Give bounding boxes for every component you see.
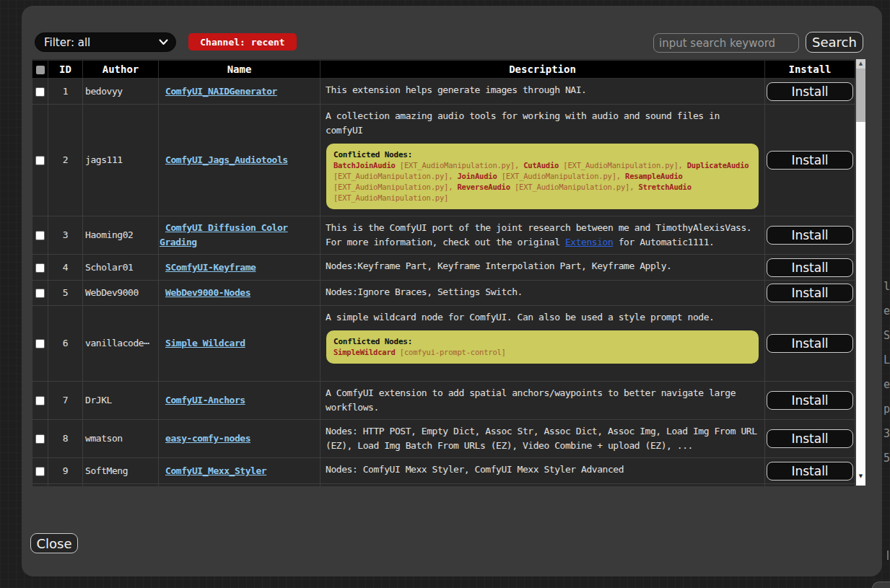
cell-description: Nodes:Ignore Braces, Settings Switch. [320, 281, 765, 306]
background-menu-corner [872, 582, 890, 588]
header-name: Name [159, 61, 320, 79]
close-button[interactable]: Close [30, 533, 78, 553]
install-button[interactable]: Install [767, 462, 853, 481]
table-header-row: ID Author Name Description Install [32, 61, 855, 79]
conflict-node-source: [EXT_AudioManipulation.py] [333, 193, 448, 202]
row-checkbox-cell [32, 216, 48, 255]
search-input[interactable] [653, 33, 799, 53]
conflicted-nodes-title: Conflicted Nodes: [333, 336, 751, 347]
install-button[interactable]: Install [767, 334, 853, 353]
table-row: 1bedovyyComfyUI_NAIDGeneratorThis extens… [32, 79, 855, 105]
cell-name: ComfyUI Yolov8 [159, 484, 320, 487]
header-install: Install [765, 61, 855, 79]
extension-name-link[interactable]: ComfyUI_NAIDGenerator [165, 86, 277, 97]
conflict-node-name: StretchAudio [638, 183, 691, 191]
row-checkbox[interactable] [35, 231, 45, 240]
conflict-node-source: [comfyui-prompt-control] [400, 348, 506, 356]
extension-name-link[interactable]: ComfyUI-Anchors [165, 395, 245, 405]
cell-description: A simple wildcard node for ComfyUI. Can … [320, 306, 765, 382]
install-button[interactable]: Install [767, 82, 853, 101]
row-checkbox-cell [32, 420, 48, 458]
cell-install: Install [765, 382, 855, 420]
cell-description: Nodes: HTTP POST, Empty Dict, Assoc Str,… [320, 420, 765, 458]
table-row: 10zcfrank1stComfyUI Yolov8Nodes: Yolov8D… [32, 484, 855, 487]
row-checkbox[interactable] [35, 289, 45, 298]
scroll-up-button[interactable]: ▲ [856, 59, 865, 69]
cell-id: 10 [48, 484, 83, 487]
conflict-node-name: DuplicateAudio [687, 161, 749, 170]
conflict-node-source: [EXT_AudioManipulation.py], [400, 161, 523, 170]
row-checkbox[interactable] [35, 339, 45, 348]
conflicted-nodes-list: SimpleWildcard [comfyui-prompt-control] [333, 347, 751, 358]
install-button[interactable]: Install [767, 429, 853, 448]
filter-select[interactable]: Filter: all [35, 32, 176, 52]
cell-name: ComfyUI_Jags_Audiotools [159, 105, 320, 216]
cell-author: SoftMeng [83, 458, 159, 484]
row-checkbox[interactable] [35, 156, 45, 165]
table-row: 7DrJKLComfyUI-AnchorsA ComfyUI extension… [32, 382, 855, 420]
conflict-node-name: JoinAudio [457, 172, 497, 180]
row-checkbox-cell [32, 382, 48, 420]
table-row: 3Haoming02ComfyUI Diffusion Color Gradin… [32, 216, 855, 255]
header-id: ID [48, 61, 83, 79]
install-button[interactable]: Install [767, 151, 853, 170]
extension-name-link[interactable]: SComfyUI-Keyframe [165, 262, 256, 273]
cell-install: Install [765, 484, 855, 487]
extension-name-link[interactable]: ComfyUI_Mexx_Styler [165, 465, 266, 476]
install-button[interactable]: Install [767, 258, 853, 277]
row-checkbox[interactable] [35, 467, 45, 476]
description-text: Nodes: ComfyUI Mexx Styler, ComfyUI Mexx… [326, 462, 759, 477]
conflict-node-name: SimpleWildcard [333, 348, 396, 356]
extensions-table-body: 1bedovyyComfyUI_NAIDGeneratorThis extens… [32, 79, 855, 487]
cell-author: zcfrank1st [83, 484, 159, 487]
background-text-fragment: p [884, 403, 890, 416]
cell-name: WebDev9000-Nodes [159, 281, 320, 306]
cell-install: Install [765, 216, 855, 255]
header-checkbox-cell [32, 61, 48, 79]
cell-author: jags111 [83, 105, 159, 216]
background-text-fragment: 3 [884, 427, 890, 440]
table-scrollbar[interactable]: ▲ ▼ [856, 59, 865, 486]
conflicted-nodes-box: Conflicted Nodes:BatchJoinAudio [EXT_Aud… [326, 144, 759, 209]
install-button[interactable]: Install [767, 391, 853, 410]
cell-name: ComfyUI_Mexx_Styler [159, 458, 320, 484]
cell-name: ComfyUI_NAIDGenerator [159, 79, 320, 105]
row-checkbox[interactable] [35, 263, 45, 273]
extension-name-link[interactable]: easy-comfy-nodes [165, 433, 250, 444]
row-checkbox[interactable] [35, 434, 45, 444]
cell-name: Simple Wildcard [159, 306, 320, 382]
background-text-fragment: e [884, 304, 890, 317]
row-checkbox[interactable] [35, 396, 45, 405]
table-row: 6vanillacode⋯Simple WildcardA simple wil… [32, 306, 855, 382]
background-text-fragment: l [884, 280, 890, 293]
extension-name-link[interactable]: WebDev9000-Nodes [165, 287, 250, 298]
cell-author: bedovyy [83, 79, 159, 105]
table-row: 5WebDev9000WebDev9000-NodesNodes:Ignore … [32, 281, 855, 306]
search-button[interactable]: Search [806, 32, 863, 53]
cell-id: 2 [48, 105, 83, 216]
select-all-checkbox[interactable] [36, 66, 45, 74]
install-button[interactable]: Install [767, 284, 853, 302]
cell-author: wmatson [83, 420, 159, 458]
row-checkbox[interactable] [35, 87, 45, 97]
table-row: 4Scholar01SComfyUI-KeyframeNodes:Keyfram… [32, 255, 855, 281]
install-button[interactable]: Install [767, 226, 853, 245]
conflict-node-source: [EXT_AudioManipulation.py], [502, 172, 625, 180]
scroll-down-icon[interactable]: ▼ [856, 473, 865, 479]
description-text: A simple wildcard node for ComfyUI. Can … [326, 310, 759, 325]
conflict-node-name: ReverseAudio [457, 183, 510, 191]
header-description: Description [320, 61, 765, 79]
cell-description: This is the ComfyUI port of the joint re… [320, 216, 765, 255]
description-link[interactable]: Extension [565, 237, 613, 247]
cell-id: 3 [48, 216, 83, 255]
cell-install: Install [765, 255, 855, 281]
extension-name-link[interactable]: ComfyUI Diffusion Color Grading [160, 222, 288, 247]
background-menu-strip: leSLep35 [884, 0, 890, 588]
extensions-table: ID Author Name Description Install 1bedo… [32, 60, 855, 486]
description-text: A ComfyUI extension to add spatial ancho… [326, 386, 759, 415]
conflict-node-source: [EXT_AudioManipulation.py], [515, 183, 638, 191]
conflict-node-name: ResampleAudio [625, 172, 683, 180]
extension-name-link[interactable]: ComfyUI_Jags_Audiotools [165, 154, 288, 165]
scrollbar-thumb[interactable] [856, 69, 865, 122]
extension-name-link[interactable]: Simple Wildcard [165, 338, 245, 348]
